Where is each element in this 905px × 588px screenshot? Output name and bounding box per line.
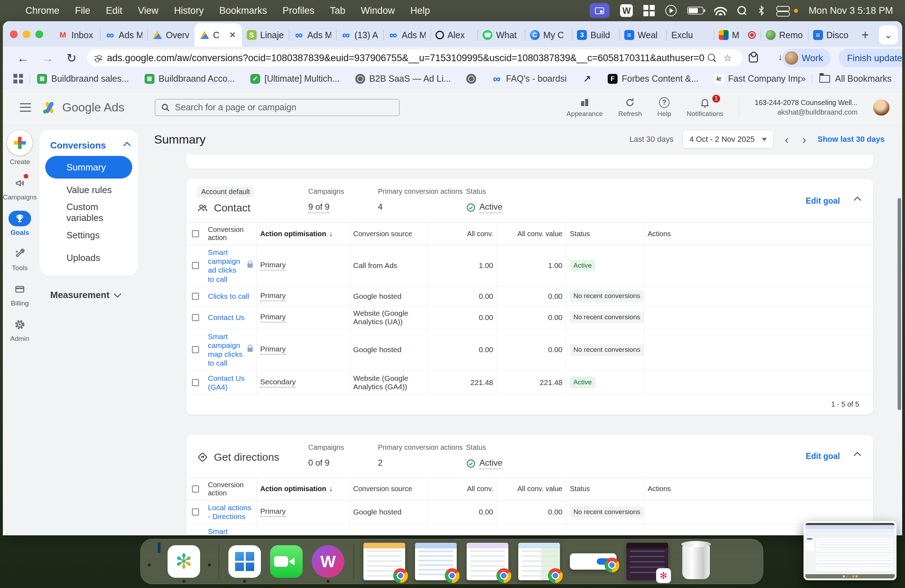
page-scrollbar[interactable] [897,198,901,410]
refresh-button[interactable]: Refresh [618,97,642,118]
spotlight-search-icon[interactable] [737,6,747,15]
next-range-button[interactable]: › [800,133,808,146]
row-checkbox[interactable] [192,346,199,353]
show-last-30-days-link[interactable]: Show last 30 days [817,135,884,144]
conversion-action-link[interactable]: Smart campaign map clicks to call [208,332,244,368]
summary-scroll-area[interactable]: Account default Contact Campaigns 9 of 9 [151,152,902,535]
subnav-item[interactable]: Settings [45,224,132,246]
close-window-button[interactable] [10,30,17,38]
browser-tab[interactable]: Disco [808,23,855,47]
extensions-icon[interactable] [749,53,758,63]
menu-bookmarks[interactable]: Bookmarks [219,5,267,16]
browser-tab[interactable]: Exclu [666,23,713,47]
col-conversion-action[interactable]: Conversion action [204,223,256,245]
subnav-section-conversions[interactable]: Conversions [40,133,138,156]
bookmark-item[interactable] [582,73,592,84]
col-action-optimisation[interactable]: Action optimisation↓ [256,478,349,500]
forward-button[interactable]: → [37,51,59,65]
rail-item-billing[interactable]: Billing [8,281,31,307]
browser-tab[interactable]: Alex [430,23,478,47]
ads-search-box[interactable] [155,99,400,116]
create-plus-icon[interactable] [7,130,33,156]
url-text[interactable]: ads.google.com/aw/conversions?ocid=10803… [107,53,705,64]
zoom-window-button[interactable] [35,30,43,38]
menu-profiles[interactable]: Profiles [283,5,314,16]
conversion-action-link[interactable]: Clicks to call [208,292,249,300]
row-checkbox[interactable] [192,314,199,321]
menu-edit[interactable]: Edit [106,5,123,16]
account-avatar[interactable] [873,99,889,116]
select-all-checkbox[interactable] [192,230,199,237]
help-button[interactable]: ? Help [657,97,671,118]
col-actions[interactable]: Actions [644,478,873,500]
bookmark-item[interactable]: B2B SaaS — Ad Li... [355,73,451,84]
action-optimisation-value[interactable]: Primary [260,345,286,354]
browser-tab[interactable]: Build [572,23,619,47]
status-value[interactable]: Active [479,458,502,469]
edit-goal-link[interactable]: Edit goal [806,196,840,205]
action-optimisation-value[interactable]: Primary [260,291,286,301]
col-status[interactable]: Status [566,478,644,500]
browser-tab[interactable]: Inbox [53,23,100,47]
col-actions[interactable]: Actions [644,223,873,245]
menu-chrome[interactable]: Chrome [25,5,59,16]
browser-tab[interactable]: Remo [761,23,808,47]
dock-app[interactable] [229,545,261,578]
notifications-button[interactable]: 1 Notifications [687,97,724,118]
minimized-window-thumbnail[interactable] [518,543,560,580]
minimize-window-button[interactable] [23,30,30,38]
address-bar[interactable]: ads.google.com/aw/conversions?ocid=10803… [87,49,742,67]
rail-item-goals[interactable]: Goals [8,211,31,237]
conversion-action-link[interactable]: Contact Us (GA4) [208,374,253,391]
minimized-window-thumbnail[interactable] [570,553,616,570]
google-ads-logo[interactable]: Google Ads [42,100,124,115]
minimized-window-thumbnail[interactable] [626,543,668,580]
bookmark-item[interactable]: Buildbraand sales... [37,73,129,84]
browser-tab[interactable]: My C [525,23,572,47]
control-center-icon[interactable] [776,6,790,15]
appearance-button[interactable]: Appearance [566,97,602,118]
bookmark-item[interactable]: Forbes Content &... [608,73,699,84]
bookmarks-overflow-icon[interactable]: » [801,73,804,84]
conversion-action-link[interactable]: Smart campaign ad clicks to call [208,248,244,284]
zoom-level-icon[interactable] [708,54,716,62]
bookmark-item[interactable] [466,73,476,84]
browser-tab[interactable]: Ads M [383,23,430,47]
conversion-action-link[interactable]: Smart campaign map directions [208,527,244,535]
col-status[interactable]: Status [566,223,644,245]
subnav-item[interactable]: Custom variables [45,201,132,224]
row-checkbox[interactable] [192,379,199,386]
action-optimisation-value[interactable]: Primary [260,507,286,517]
row-checkbox[interactable] [192,293,199,300]
screen-sharing-icon[interactable] [590,3,610,18]
rail-item-tools[interactable]: Tools [8,246,31,272]
tab-search-button[interactable]: ⌄ [879,25,898,44]
account-info[interactable]: 163-244-2078 Counseling Well... akshat@b… [755,98,857,117]
collapse-goal-icon[interactable] [854,197,859,204]
conversion-action-link[interactable]: Local actions - Directions [208,503,253,521]
col-all-conv[interactable]: All conv. [427,223,497,245]
play-status-icon[interactable] [665,5,676,16]
col-all-conv[interactable]: All conv. [427,478,497,500]
action-optimisation-value[interactable]: Primary [260,261,286,270]
row-checkbox[interactable] [192,262,199,269]
bookmark-item[interactable]: Buildbraand Acco... [144,73,235,84]
all-bookmarks-button[interactable]: All Bookmarks [819,73,892,84]
conversion-action-link[interactable]: Contact Us [208,313,245,322]
minimized-window-thumbnail[interactable] [364,543,405,580]
dock-app[interactable] [270,545,303,578]
action-optimisation-value[interactable]: Secondary [260,378,295,388]
previous-range-button[interactable]: ‹ [783,133,791,146]
site-settings-icon[interactable] [94,56,102,60]
minimized-window-thumbnail[interactable] [467,543,508,580]
browser-tab[interactable]: M [714,23,761,47]
menu-history[interactable]: History [174,5,204,16]
subnav-item[interactable]: Uploads [45,246,132,269]
date-range-picker[interactable]: 4 Oct - 2 Nov 2025 [683,130,773,148]
browser-tab[interactable]: Ads M [100,23,147,47]
minimized-window-thumbnail[interactable] [415,543,457,580]
select-all-checkbox[interactable] [192,485,199,493]
browser-tab[interactable]: Ads M [289,23,336,47]
bookmark-item[interactable]: FAQ's - boardsi [492,73,567,84]
action-optimisation-value[interactable]: Primary [260,313,286,323]
